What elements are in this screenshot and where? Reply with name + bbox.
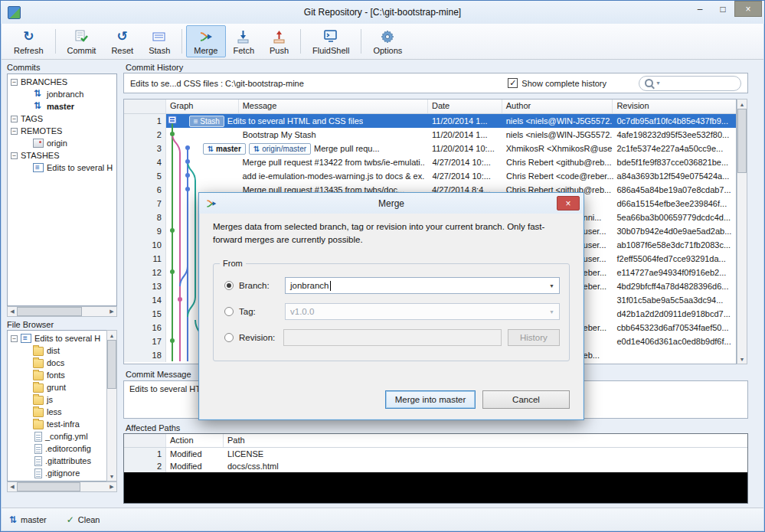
- tree-item-icon: [33, 383, 44, 393]
- affected-path-row[interactable]: 2 Modified docs/css.html: [124, 460, 747, 472]
- tree-item[interactable]: docs: [8, 357, 106, 369]
- tree-item[interactable]: .editorconfig: [8, 442, 106, 455]
- search-input[interactable]: [663, 78, 735, 89]
- column-header-index[interactable]: [124, 434, 166, 447]
- commit-row[interactable]: 3 master origin/master Merge pull requ..…: [124, 142, 736, 155]
- tree-item[interactable]: grunt: [8, 381, 106, 393]
- file-browser-horizontal-scrollbar[interactable]: ◀ ▶: [7, 481, 117, 492]
- tree-item[interactable]: − REMOTES: [8, 125, 116, 137]
- reset-button[interactable]: ↺ Reset: [103, 25, 141, 57]
- scroll-right-icon[interactable]: ▶: [107, 482, 116, 491]
- revision-radio[interactable]: [224, 333, 234, 342]
- tree-item[interactable]: less: [8, 406, 106, 418]
- tree-item[interactable]: master: [8, 100, 116, 113]
- merge-dialog: Merge × Merges data from selected branch…: [198, 192, 584, 420]
- column-header-path[interactable]: Path: [224, 434, 747, 447]
- tree-item-icon: [33, 408, 44, 417]
- author-cell: Chris Rebert <github@reb...: [502, 155, 613, 169]
- commit-row[interactable]: 4 Merge pull request #13422 from twbs/ie…: [124, 155, 736, 169]
- column-header-action[interactable]: Action: [166, 434, 224, 447]
- tree-item[interactable]: Edits to several H: [8, 162, 116, 174]
- chevron-down-icon[interactable]: ▼: [545, 279, 558, 292]
- scroll-up-icon[interactable]: ▲: [107, 331, 116, 340]
- history-vertical-scrollbar[interactable]: ▲ ▼: [737, 99, 747, 364]
- commit-row[interactable]: 5 add ie-emulation-modes-warning.js to d…: [124, 169, 736, 183]
- fetch-button[interactable]: Fetch: [226, 25, 263, 57]
- tree-item[interactable]: js: [8, 393, 106, 406]
- column-header-graph[interactable]: Graph: [166, 100, 239, 113]
- column-header-revision[interactable]: Revision: [613, 100, 736, 113]
- row-number-cell: 18: [124, 348, 166, 362]
- column-header-author[interactable]: Author: [502, 100, 613, 113]
- commit-row[interactable]: 1 Stash Edits to several HTML and CSS fi…: [124, 114, 736, 128]
- column-header-date[interactable]: Date: [428, 100, 502, 113]
- tree-toggle[interactable]: −: [11, 335, 18, 342]
- commits-tree: − BRANCHES jonbranch master − TAGS − REM…: [7, 73, 117, 306]
- tree-toggle[interactable]: −: [11, 79, 18, 86]
- tree-item[interactable]: origin: [8, 137, 116, 149]
- tag-radio[interactable]: [224, 307, 234, 316]
- graph-cell: [166, 155, 239, 169]
- toolbar-separator: [300, 29, 301, 54]
- tree-item[interactable]: test-infra: [8, 418, 106, 430]
- stash-button[interactable]: Stash: [141, 25, 178, 57]
- tree-item-label: Edits to several H: [34, 334, 100, 343]
- merge-button[interactable]: Merge: [186, 25, 225, 57]
- tree-item[interactable]: jonbranch: [8, 88, 116, 100]
- text-caret: [330, 281, 331, 291]
- close-button[interactable]: ×: [734, 1, 762, 17]
- tree-toggle[interactable]: −: [11, 128, 18, 135]
- column-header-message[interactable]: Message: [239, 100, 428, 113]
- scroll-left-icon[interactable]: ◀: [8, 482, 17, 491]
- tree-item[interactable]: − TAGS: [8, 113, 116, 125]
- show-complete-history-toggle[interactable]: Show complete history: [508, 78, 606, 88]
- tree-item[interactable]: − STASHES: [8, 149, 116, 162]
- search-dropdown-icon[interactable]: ▼: [655, 80, 661, 86]
- tree-item[interactable]: fonts: [8, 369, 106, 381]
- tree-item[interactable]: dist: [8, 344, 106, 357]
- tree-item[interactable]: − Edits to several H: [8, 332, 106, 344]
- dialog-title-bar: Merge ×: [199, 193, 584, 214]
- branch-radio[interactable]: [224, 281, 234, 290]
- row-number-cell: 15: [124, 307, 166, 321]
- scroll-down-icon[interactable]: ▼: [107, 472, 116, 481]
- tree-item-icon: [33, 163, 44, 172]
- scroll-left-icon[interactable]: ◀: [8, 307, 17, 316]
- maximize-button[interactable]: □: [711, 1, 734, 17]
- commit-row[interactable]: 2 Bootstrap My Stash 11/20/2014 1... nie…: [124, 128, 736, 142]
- author-cell: Chris Rebert <code@reber...: [502, 169, 613, 183]
- scroll-right-icon[interactable]: ▶: [107, 307, 116, 316]
- cancel-button[interactable]: Cancel: [482, 390, 570, 409]
- tree-item-label: master: [47, 102, 74, 111]
- column-header-index[interactable]: [124, 100, 166, 113]
- tree-item[interactable]: _config.yml: [8, 430, 106, 442]
- commit-button[interactable]: Commit: [60, 25, 104, 57]
- tree-item[interactable]: − BRANCHES: [8, 76, 116, 88]
- minimize-button[interactable]: –: [688, 1, 711, 17]
- commits-horizontal-scrollbar[interactable]: ◀ ▶: [7, 306, 117, 317]
- tree-item[interactable]: .gitignore: [8, 467, 106, 479]
- refresh-button[interactable]: ↻ Refresh: [6, 25, 51, 57]
- file-browser-vertical-scrollbar[interactable]: ▲ ▼: [106, 330, 117, 481]
- show-complete-history-checkbox[interactable]: [508, 78, 518, 88]
- tree-toggle[interactable]: −: [11, 116, 18, 122]
- tree-item-icon: [33, 420, 44, 429]
- tree-toggle[interactable]: −: [11, 152, 18, 159]
- tree-item-label: REMOTES: [21, 126, 62, 135]
- branch-combo[interactable]: jonbranch ▼: [285, 277, 560, 294]
- branch-value: jonbranch: [290, 281, 329, 290]
- revision-cell: 5ea66ba3b00659779dcdc4d...: [613, 211, 736, 224]
- push-button[interactable]: Push: [262, 25, 296, 57]
- scroll-down-icon[interactable]: ▼: [737, 354, 747, 364]
- toolbar-separator: [361, 29, 361, 54]
- scroll-up-icon[interactable]: ▲: [737, 100, 747, 109]
- revision-cell: 686a45a84be19a07e8cdab7...: [613, 183, 736, 197]
- affected-path-row[interactable]: 1 Modified LICENSE: [124, 448, 747, 460]
- row-number-cell: 9: [124, 224, 166, 238]
- fluidshell-button[interactable]: FluidShell: [305, 25, 357, 57]
- options-button[interactable]: Options: [365, 25, 410, 57]
- merge-into-master-button[interactable]: Merge into master: [385, 390, 476, 409]
- tree-item[interactable]: .gitattributes: [8, 455, 106, 467]
- dialog-close-button[interactable]: ×: [557, 196, 580, 211]
- history-search-box[interactable]: ▼: [639, 76, 741, 91]
